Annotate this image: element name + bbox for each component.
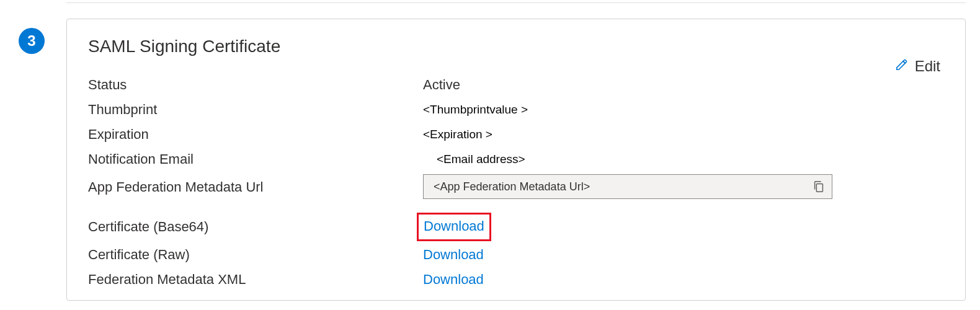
download-fed-metadata-xml-link[interactable]: Download xyxy=(423,268,484,291)
notification-email-value: <Email address> xyxy=(423,148,944,170)
download-highlight: Download xyxy=(417,213,491,241)
card-title: SAML Signing Certificate xyxy=(88,37,944,56)
saml-signing-certificate-card: SAML Signing Certificate Edit Status Act… xyxy=(66,19,966,301)
download-cert-raw-link[interactable]: Download xyxy=(423,244,484,266)
spacer xyxy=(88,204,944,210)
app-federation-url-label: App Federation Metadata Url xyxy=(88,176,423,198)
cert-raw-label: Certificate (Raw) xyxy=(88,244,423,266)
expiration-label: Expiration xyxy=(88,123,423,146)
cert-base64-value-cell: Download xyxy=(423,213,944,241)
app-federation-url-field-wrapper: <App Federation Metadata Url> xyxy=(423,173,944,202)
top-divider xyxy=(66,0,966,3)
app-federation-url-value: <App Federation Metadata Url> xyxy=(434,180,812,193)
edit-button[interactable]: Edit xyxy=(895,58,940,75)
pencil-icon xyxy=(895,58,909,75)
thumbprint-label: Thumbprint xyxy=(88,99,423,121)
status-value: Active xyxy=(423,74,944,96)
thumbprint-value: <Thumbprintvalue > xyxy=(423,99,944,121)
cert-raw-value-cell: Download xyxy=(423,244,944,266)
fields-grid: Status Active Thumbprint <Thumbprintvalu… xyxy=(88,74,944,291)
step-number: 3 xyxy=(27,32,35,50)
svg-rect-0 xyxy=(816,184,822,192)
cert-base64-label: Certificate (Base64) xyxy=(88,216,423,238)
download-cert-base64-link[interactable]: Download xyxy=(424,215,484,237)
expiration-value: <Expiration > xyxy=(423,123,944,146)
app-federation-url-field[interactable]: <App Federation Metadata Url> xyxy=(423,174,832,199)
copy-icon[interactable] xyxy=(812,180,826,193)
edit-label: Edit xyxy=(915,58,940,75)
fed-metadata-xml-value-cell: Download xyxy=(423,268,944,291)
notification-email-label: Notification Email xyxy=(88,148,423,170)
step-number-badge: 3 xyxy=(19,28,45,54)
fed-metadata-xml-label: Federation Metadata XML xyxy=(88,268,423,291)
status-label: Status xyxy=(88,74,423,96)
